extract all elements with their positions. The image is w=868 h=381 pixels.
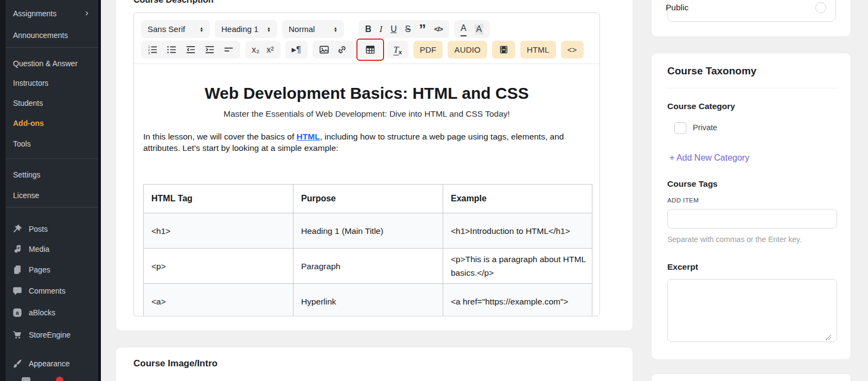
video-button[interactable] [492,41,515,59]
page: Assignments › Announcements Question & A… [0,0,868,381]
insert-table-button[interactable] [359,41,382,59]
visibility-card: Public [651,0,851,37]
link-icon[interactable] [337,45,347,55]
sidebar-item-appearance[interactable]: Appearance [5,357,98,371]
pages-icon [12,265,22,275]
chevron-right-icon: › [85,7,88,20]
blockquote-button[interactable]: ” [419,18,426,40]
sidebar-item-comments[interactable]: Comments [5,284,98,299]
size-dropdown[interactable]: Normal ▲▼ [282,20,344,38]
audio-button-label: AUDIO [454,45,481,54]
table-header-row: HTML Tag Purpose Example [144,185,592,213]
sidebar-item-storeengine[interactable]: StoreEngine [5,328,98,342]
image-icon[interactable] [319,45,329,55]
tags-input[interactable] [667,209,837,228]
strikethrough-button[interactable]: S [405,20,411,38]
admin-sidebar: Assignments › Announcements Question & A… [0,0,101,381]
bold-button[interactable]: B [365,20,372,38]
comments-icon [12,286,22,296]
sidebar-item-addons[interactable]: Add-ons [5,116,98,130]
script-group: x₂ x² [245,41,280,59]
size-value: Normal [289,24,315,34]
subscript-button[interactable]: x₂ [252,45,259,55]
sidebar-item-label: Tools [13,139,31,148]
rich-text-editor: Sans Serif ▲▼ Heading 1 ▲▼ Normal ▲▼ B I… [133,12,600,316]
sidebar-item-settings[interactable]: Settings [5,168,98,182]
code-block-button-label: <> [567,45,577,54]
sidebar-item-posts[interactable]: Posts [5,222,98,237]
table-cell: <a href="https://example.com"> [443,284,592,316]
excerpt-textarea[interactable] [667,279,837,342]
code-block-button[interactable]: <> [561,41,584,59]
table-cell: <p> [144,249,293,284]
indent-icon[interactable] [205,45,215,55]
appearance-icon [12,359,22,369]
sidebar-item-pages[interactable]: Pages [5,263,98,277]
align-icon[interactable] [224,45,234,55]
inline-code-button[interactable]: </> [434,20,443,38]
sidebar-item-instructors[interactable]: Instructors [5,76,98,90]
media-icon [12,244,22,254]
audio-button[interactable]: AUDIO [448,41,487,59]
pin-icon [12,224,22,234]
sidebar-divider [5,158,98,159]
add-new-category-link[interactable]: + Add New Category [669,153,749,163]
plugins-icon[interactable] [22,377,30,381]
taxonomy-title: Course Taxonomy [667,65,756,77]
sidebar-item-question-answer[interactable]: Question & Answer [5,56,98,71]
superscript-button[interactable]: x² [266,45,273,55]
ordered-list-icon[interactable]: 1 2 3 [148,45,158,55]
html-inline-link[interactable]: HTML [297,132,320,141]
highlight-color-button[interactable]: A [475,24,484,35]
sidebar-item-announcements[interactable]: Announcements [5,28,98,42]
paragraph-text: In this lesson, we will cover the basics… [143,132,297,141]
sidebar-item-ablocks[interactable]: a aBlocks [5,306,98,320]
private-checkbox[interactable] [674,122,686,134]
clean-format-button[interactable]: Tx [387,41,409,59]
sidebar-item-label: Announcements [13,31,68,40]
html-button[interactable]: HTML [520,41,556,59]
underline-button[interactable]: U [391,20,397,38]
table-row: <p> Paragraph <p>This is a paragraph abo… [144,249,592,284]
svg-text:a: a [16,310,19,316]
sidebar-item-license[interactable]: License [5,188,98,202]
editor-toolbar-row-2: 1 2 3 [141,41,584,59]
add-item-label: ADD ITEM [667,197,699,204]
sidebar-right-rail [98,0,101,381]
html-button-label: HTML [527,45,550,54]
text-direction-button[interactable]: ▸¶ [292,44,302,55]
heading-dropdown[interactable]: Heading 1 ▲▼ [215,20,277,38]
table-row: <a> Hyperlink <a href="https://example.c… [144,284,592,316]
cart-icon [12,330,22,340]
ablocks-icon: a [12,308,22,318]
pdf-button[interactable]: PDF [413,41,443,59]
table-header-cell: HTML Tag [144,185,293,213]
divider [667,88,837,88]
sidebar-item-assignments[interactable]: Assignments › [5,7,98,21]
heading-value: Heading 1 [221,24,258,34]
text-color-button[interactable]: A [461,22,467,36]
outdent-icon[interactable] [186,45,196,55]
sidebar-item-students[interactable]: Students [5,96,98,110]
visibility-option-public[interactable] [667,0,836,22]
public-radio[interactable] [815,2,826,13]
film-icon [499,45,509,55]
table-cell: <a> [144,284,293,316]
font-family-dropdown[interactable]: Sans Serif ▲▼ [141,20,210,38]
sidebar-item-tools[interactable]: Tools [5,137,98,151]
plugins-update-badge [56,377,63,381]
table-cell: Paragraph [293,249,443,284]
italic-button[interactable]: I [380,20,382,38]
doc-subtitle: Master the Essentials of Web Development… [143,109,590,119]
doc-paragraph: In this lesson, we will cover the basics… [143,131,590,154]
sidebar-divider [5,207,98,208]
text-format-group: B I U S ” </> [359,20,449,38]
sidebar-item-label: Students [13,99,43,107]
editor-content-area[interactable]: Web Development Basics: HTML and CSS Mas… [134,63,599,316]
sidebar-item-label: aBlocks [29,306,55,320]
updown-arrows-icon: ▲▼ [334,27,337,32]
bullet-list-icon[interactable] [167,45,177,55]
table-header-cell: Example [443,185,592,213]
sidebar-item-label: Add-ons [13,119,44,128]
sidebar-item-media[interactable]: Media [5,242,98,257]
